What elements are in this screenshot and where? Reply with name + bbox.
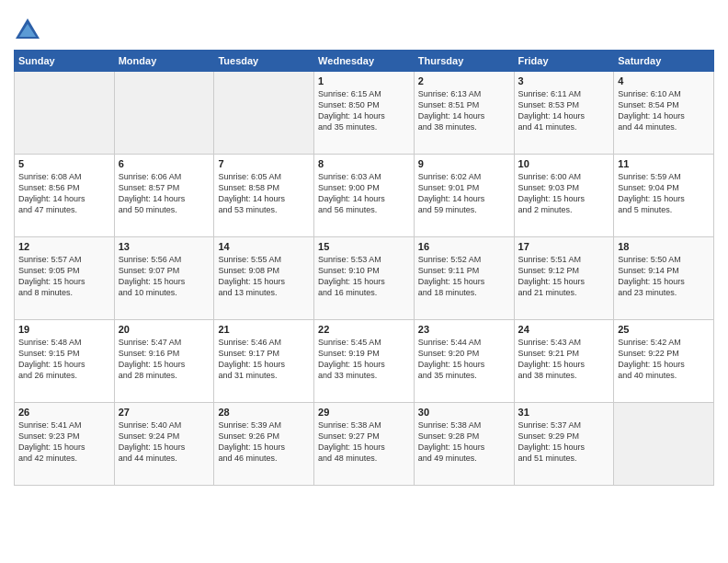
calendar-cell: 3Sunrise: 6:11 AMSunset: 8:53 PMDaylight… xyxy=(514,72,614,155)
cell-content: Sunrise: 6:10 AMSunset: 8:54 PMDaylight:… xyxy=(618,88,710,133)
calendar-week-row: 1Sunrise: 6:15 AMSunset: 8:50 PMDaylight… xyxy=(15,72,714,155)
day-number: 31 xyxy=(518,407,610,418)
cell-content: Sunrise: 6:06 AMSunset: 8:57 PMDaylight:… xyxy=(119,171,210,216)
cell-content: Sunrise: 5:56 AMSunset: 9:07 PMDaylight:… xyxy=(119,254,210,299)
day-number: 14 xyxy=(218,241,310,252)
calendar-cell: 9Sunrise: 6:02 AMSunset: 9:01 PMDaylight… xyxy=(414,155,514,237)
calendar-cell: 28Sunrise: 5:39 AMSunset: 9:26 PMDayligh… xyxy=(214,403,314,486)
days-header-row: SundayMondayTuesdayWednesdayThursdayFrid… xyxy=(15,51,714,72)
cell-content: Sunrise: 5:42 AMSunset: 9:22 PMDaylight:… xyxy=(618,337,710,382)
calendar-cell xyxy=(114,72,214,155)
day-number: 30 xyxy=(418,407,510,418)
day-number: 6 xyxy=(119,158,210,169)
day-header-friday: Friday xyxy=(514,51,614,72)
calendar-cell: 22Sunrise: 5:45 AMSunset: 9:19 PMDayligh… xyxy=(314,320,415,403)
calendar-cell: 1Sunrise: 6:15 AMSunset: 8:50 PMDaylight… xyxy=(314,72,415,155)
calendar-cell xyxy=(614,403,714,486)
cell-content: Sunrise: 5:37 AMSunset: 9:29 PMDaylight:… xyxy=(518,419,610,465)
calendar-cell: 24Sunrise: 5:43 AMSunset: 9:21 PMDayligh… xyxy=(514,320,614,403)
cell-content: Sunrise: 5:46 AMSunset: 9:17 PMDaylight:… xyxy=(218,337,310,382)
day-number: 26 xyxy=(18,407,110,418)
cell-content: Sunrise: 6:13 AMSunset: 8:51 PMDaylight:… xyxy=(418,88,510,133)
calendar-cell: 30Sunrise: 5:38 AMSunset: 9:28 PMDayligh… xyxy=(414,403,514,486)
day-number: 7 xyxy=(218,158,310,169)
calendar-week-row: 26Sunrise: 5:41 AMSunset: 9:23 PMDayligh… xyxy=(15,403,714,486)
day-number: 20 xyxy=(119,324,210,335)
day-header-wednesday: Wednesday xyxy=(314,51,415,72)
cell-content: Sunrise: 5:50 AMSunset: 9:14 PMDaylight:… xyxy=(618,254,710,299)
day-header-thursday: Thursday xyxy=(414,51,514,72)
day-header-sunday: Sunday xyxy=(15,51,115,72)
cell-content: Sunrise: 5:39 AMSunset: 9:26 PMDaylight:… xyxy=(218,419,310,465)
day-number: 25 xyxy=(618,324,710,335)
day-number: 3 xyxy=(518,75,610,86)
calendar-cell: 16Sunrise: 5:52 AMSunset: 9:11 PMDayligh… xyxy=(414,237,514,320)
cell-content: Sunrise: 5:38 AMSunset: 9:28 PMDaylight:… xyxy=(418,419,510,465)
day-number: 8 xyxy=(318,158,410,169)
day-number: 4 xyxy=(618,75,710,86)
calendar-cell: 15Sunrise: 5:53 AMSunset: 9:10 PMDayligh… xyxy=(314,237,415,320)
calendar-cell xyxy=(15,72,115,155)
cell-content: Sunrise: 6:11 AMSunset: 8:53 PMDaylight:… xyxy=(518,88,610,133)
day-number: 28 xyxy=(218,407,310,418)
day-header-tuesday: Tuesday xyxy=(214,51,314,72)
cell-content: Sunrise: 5:44 AMSunset: 9:20 PMDaylight:… xyxy=(418,337,510,382)
cell-content: Sunrise: 5:45 AMSunset: 9:19 PMDaylight:… xyxy=(318,337,410,382)
cell-content: Sunrise: 5:53 AMSunset: 9:10 PMDaylight:… xyxy=(318,254,410,299)
day-number: 22 xyxy=(318,324,410,335)
calendar-cell: 4Sunrise: 6:10 AMSunset: 8:54 PMDaylight… xyxy=(614,72,714,155)
calendar-cell: 7Sunrise: 6:05 AMSunset: 8:58 PMDaylight… xyxy=(214,155,314,237)
logo xyxy=(14,17,45,42)
calendar-cell: 21Sunrise: 5:46 AMSunset: 9:17 PMDayligh… xyxy=(214,320,314,403)
calendar-cell: 27Sunrise: 5:40 AMSunset: 9:24 PMDayligh… xyxy=(114,403,214,486)
day-number: 11 xyxy=(618,158,710,169)
calendar-cell: 2Sunrise: 6:13 AMSunset: 8:51 PMDaylight… xyxy=(414,72,514,155)
cell-content: Sunrise: 6:05 AMSunset: 8:58 PMDaylight:… xyxy=(218,171,310,216)
day-number: 10 xyxy=(518,158,610,169)
cell-content: Sunrise: 5:52 AMSunset: 9:11 PMDaylight:… xyxy=(418,254,510,299)
calendar-cell: 31Sunrise: 5:37 AMSunset: 9:29 PMDayligh… xyxy=(514,403,614,486)
calendar-week-row: 5Sunrise: 6:08 AMSunset: 8:56 PMDaylight… xyxy=(15,155,714,237)
day-number: 12 xyxy=(18,241,110,252)
calendar-table: SundayMondayTuesdayWednesdayThursdayFrid… xyxy=(14,50,714,486)
calendar-cell: 17Sunrise: 5:51 AMSunset: 9:12 PMDayligh… xyxy=(514,237,614,320)
logo-icon xyxy=(14,17,41,42)
cell-content: Sunrise: 5:40 AMSunset: 9:24 PMDaylight:… xyxy=(119,419,210,465)
cell-content: Sunrise: 5:43 AMSunset: 9:21 PMDaylight:… xyxy=(518,337,610,382)
cell-content: Sunrise: 6:03 AMSunset: 9:00 PMDaylight:… xyxy=(318,171,410,216)
cell-content: Sunrise: 5:59 AMSunset: 9:04 PMDaylight:… xyxy=(618,171,710,216)
calendar-cell: 8Sunrise: 6:03 AMSunset: 9:00 PMDaylight… xyxy=(314,155,415,237)
calendar-cell: 18Sunrise: 5:50 AMSunset: 9:14 PMDayligh… xyxy=(614,237,714,320)
day-number: 16 xyxy=(418,241,510,252)
cell-content: Sunrise: 6:08 AMSunset: 8:56 PMDaylight:… xyxy=(18,171,110,216)
cell-content: Sunrise: 5:57 AMSunset: 9:05 PMDaylight:… xyxy=(18,254,110,299)
day-number: 5 xyxy=(18,158,110,169)
cell-content: Sunrise: 5:47 AMSunset: 9:16 PMDaylight:… xyxy=(119,337,210,382)
day-number: 9 xyxy=(418,158,510,169)
cell-content: Sunrise: 6:15 AMSunset: 8:50 PMDaylight:… xyxy=(318,88,410,133)
calendar-cell: 10Sunrise: 6:00 AMSunset: 9:03 PMDayligh… xyxy=(514,155,614,237)
day-number: 21 xyxy=(218,324,310,335)
cell-content: Sunrise: 5:55 AMSunset: 9:08 PMDaylight:… xyxy=(218,254,310,299)
day-number: 29 xyxy=(318,407,410,418)
cell-content: Sunrise: 5:38 AMSunset: 9:27 PMDaylight:… xyxy=(318,419,410,465)
calendar-cell: 13Sunrise: 5:56 AMSunset: 9:07 PMDayligh… xyxy=(114,237,214,320)
calendar-cell: 5Sunrise: 6:08 AMSunset: 8:56 PMDaylight… xyxy=(15,155,115,237)
day-header-monday: Monday xyxy=(114,51,214,72)
calendar-week-row: 19Sunrise: 5:48 AMSunset: 9:15 PMDayligh… xyxy=(15,320,714,403)
calendar-cell: 19Sunrise: 5:48 AMSunset: 9:15 PMDayligh… xyxy=(15,320,115,403)
day-number: 27 xyxy=(119,407,210,418)
day-number: 2 xyxy=(418,75,510,86)
calendar-cell: 12Sunrise: 5:57 AMSunset: 9:05 PMDayligh… xyxy=(15,237,115,320)
day-number: 17 xyxy=(518,241,610,252)
calendar-cell: 11Sunrise: 5:59 AMSunset: 9:04 PMDayligh… xyxy=(614,155,714,237)
day-number: 13 xyxy=(119,241,210,252)
cell-content: Sunrise: 5:48 AMSunset: 9:15 PMDaylight:… xyxy=(18,337,110,382)
calendar-cell: 25Sunrise: 5:42 AMSunset: 9:22 PMDayligh… xyxy=(614,320,714,403)
day-number: 19 xyxy=(18,324,110,335)
page-header xyxy=(14,9,714,42)
calendar-cell: 26Sunrise: 5:41 AMSunset: 9:23 PMDayligh… xyxy=(15,403,115,486)
day-number: 1 xyxy=(318,75,410,86)
day-number: 24 xyxy=(518,324,610,335)
calendar-cell: 23Sunrise: 5:44 AMSunset: 9:20 PMDayligh… xyxy=(414,320,514,403)
